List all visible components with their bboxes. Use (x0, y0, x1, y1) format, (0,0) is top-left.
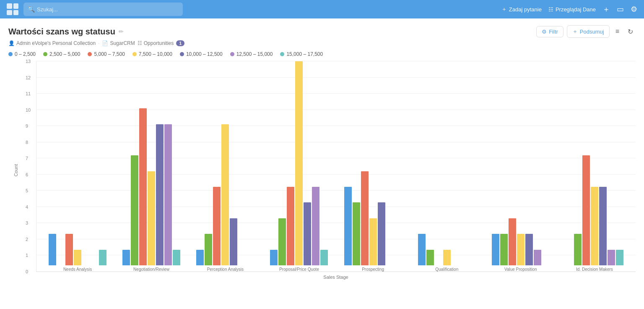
bar[interactable] (99, 250, 106, 265)
db-icon: 📄 (102, 40, 108, 46)
bar-group: Qualification (410, 61, 484, 272)
search-input[interactable] (23, 3, 183, 16)
group-label: Id. Decision Makers (558, 265, 631, 272)
bar[interactable] (278, 218, 286, 265)
legend-dot (43, 52, 47, 56)
bar[interactable] (426, 250, 434, 265)
bar[interactable] (492, 234, 499, 265)
bars-area: Needs AnalysisNegotiation/ReviewPercepti… (36, 61, 636, 272)
bar-group: Id. Decision Makers (558, 61, 631, 272)
legend-dot (88, 52, 92, 56)
bar[interactable] (599, 187, 607, 265)
page-content: Wartości szans wg statusu ✏ ⚙ Filtr ＋ Po… (0, 18, 644, 286)
group-label: Prospecting (336, 265, 410, 272)
browse-data-button[interactable]: ☷ Przeglądaj Dane (548, 6, 596, 13)
bar[interactable] (196, 250, 204, 265)
title-row: Wartości szans wg statusu ✏ ⚙ Filtr ＋ Po… (8, 25, 636, 38)
bar-group: Perception Analysis (188, 61, 262, 272)
bar[interactable] (591, 187, 598, 265)
group-label: Perception Analysis (188, 265, 262, 272)
bar[interactable] (608, 250, 615, 265)
bar[interactable] (418, 234, 426, 265)
ask-question-button[interactable]: ＋ Zadaj pytanie (501, 5, 542, 13)
settings-icon-button[interactable]: ⚙ (631, 5, 637, 14)
summarize-button[interactable]: ＋ Podsumuj (567, 25, 610, 38)
legend-label: 7,500 – 10,000 (139, 51, 172, 57)
group-bars (558, 61, 631, 265)
title-actions: ⚙ Filtr ＋ Podsumuj ≡ ↻ (536, 25, 636, 38)
legend-label: 0 – 2,500 (15, 51, 36, 57)
legend-item-l2: 2,500 – 5,000 (43, 51, 80, 57)
display-options-icon-button[interactable]: ≡ (613, 26, 622, 37)
legend-dot (8, 52, 13, 56)
bar[interactable] (320, 250, 328, 265)
group-bars (188, 61, 262, 265)
y-tick-label: 8 (26, 140, 28, 145)
chart-legend: 0 – 2,500 2,500 – 5,000 5,000 – 7,500 7,… (8, 51, 636, 57)
bar[interactable] (49, 234, 56, 265)
bar[interactable] (295, 61, 303, 265)
bar[interactable] (582, 155, 590, 265)
bar[interactable] (74, 250, 81, 265)
bar[interactable] (173, 250, 180, 265)
fullscreen-icon-button[interactable]: ▭ (617, 5, 624, 14)
bar[interactable] (616, 250, 623, 265)
user-icon: 👤 (8, 40, 15, 46)
bar[interactable] (205, 234, 212, 265)
bar[interactable] (122, 250, 130, 265)
add-icon-button[interactable]: ＋ (602, 4, 610, 14)
x-axis-label: Sales Stage (36, 272, 636, 280)
legend-label: 5,000 – 7,500 (94, 51, 125, 57)
filter-badge[interactable]: 1 (176, 40, 184, 46)
bar[interactable] (369, 218, 377, 265)
bar[interactable] (353, 202, 360, 265)
app-logo[interactable] (7, 3, 18, 15)
search-wrap: 🔍 (23, 3, 183, 16)
bar[interactable] (574, 234, 582, 265)
bar[interactable] (148, 171, 155, 265)
bar[interactable] (270, 250, 278, 265)
bar-group: Proposal/Price Quote (262, 61, 336, 272)
plus-summarize-icon: ＋ (572, 28, 578, 35)
legend-item-l6: 12,500 – 15,000 (230, 51, 273, 57)
bar[interactable] (443, 250, 451, 265)
bar[interactable] (509, 218, 516, 265)
group-label: Negotiation/Review (114, 265, 188, 272)
chart-plot: 012345678910111213Needs AnalysisNegotiat… (36, 61, 636, 272)
y-tick-label: 13 (26, 59, 31, 64)
bar[interactable] (534, 250, 541, 265)
bar[interactable] (378, 202, 385, 265)
bar[interactable] (304, 202, 311, 265)
bar[interactable] (344, 187, 352, 265)
filter-button[interactable]: ⚙ Filtr (536, 26, 564, 37)
bar[interactable] (164, 124, 172, 265)
bar[interactable] (156, 124, 164, 265)
legend-item-l1: 0 – 2,500 (8, 51, 36, 57)
group-label: Qualification (410, 265, 484, 272)
bar[interactable] (213, 187, 221, 265)
legend-item-l7: 15,000 – 17,500 (280, 51, 323, 57)
refresh-icon-button[interactable]: ↻ (625, 26, 636, 37)
bar[interactable] (312, 187, 319, 265)
bar[interactable] (230, 218, 237, 265)
bar[interactable] (361, 171, 369, 265)
group-bars (484, 61, 558, 265)
y-tick-label: 7 (26, 156, 28, 161)
y-tick-label: 5 (26, 188, 28, 193)
bar[interactable] (131, 155, 138, 265)
bar-group: Prospecting (336, 61, 410, 272)
bar[interactable] (287, 187, 294, 265)
bar[interactable] (221, 124, 229, 265)
bar[interactable] (517, 234, 525, 265)
table-icon: ☷ (138, 40, 142, 46)
bar[interactable] (65, 234, 73, 265)
group-label: Value Proposition (484, 265, 558, 272)
bar[interactable] (525, 234, 533, 265)
topnav-right: ＋ Zadaj pytanie ☷ Przeglądaj Dane ＋ ▭ ⚙ (501, 4, 637, 14)
bar[interactable] (500, 234, 508, 265)
legend-item-l5: 10,000 – 12,500 (180, 51, 223, 57)
bar[interactable] (139, 108, 147, 265)
breadcrumb-admin: 👤 Admin eVolpe's Personal Collection (8, 40, 96, 46)
y-tick-label: 12 (26, 75, 31, 80)
edit-title-icon[interactable]: ✏ (119, 28, 124, 35)
